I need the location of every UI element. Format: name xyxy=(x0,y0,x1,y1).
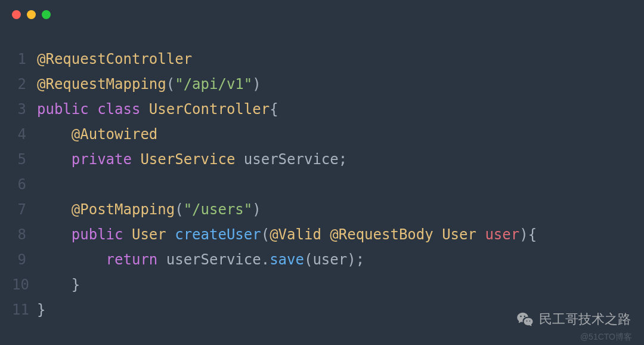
code-line: 5 private UserService userService; xyxy=(12,147,632,172)
code-content: @PostMapping("/users") xyxy=(37,197,261,222)
window-titlebar xyxy=(0,0,644,29)
token-keyword: private xyxy=(72,151,132,168)
token-annotation: @RequestController xyxy=(37,51,192,67)
line-number: 11 xyxy=(12,297,37,322)
code-editor: 1@RequestController2@RequestMapping("/ap… xyxy=(0,29,644,334)
token-method: save xyxy=(270,251,304,268)
line-number: 9 xyxy=(12,247,37,272)
token-punct: ){ xyxy=(519,226,537,243)
token-type: UserController xyxy=(149,101,270,118)
code-content: } xyxy=(37,297,45,322)
token-punct xyxy=(476,226,485,243)
token-punct: } xyxy=(37,276,80,293)
token-punct xyxy=(140,101,148,118)
token-keyword: return xyxy=(106,251,158,268)
token-type: User xyxy=(442,226,476,243)
token-method: createUser xyxy=(175,226,261,243)
wechat-watermark-text: 民工哥技术之路 xyxy=(539,310,631,328)
code-content: public User createUser(@Valid @RequestBo… xyxy=(37,222,537,247)
code-content: @Autowired xyxy=(37,122,157,147)
code-line: 10 } xyxy=(12,272,632,297)
token-annotation: @PostMapping xyxy=(72,201,175,218)
token-punct xyxy=(123,226,132,243)
token-punct: userService; xyxy=(235,151,347,168)
minimize-icon[interactable] xyxy=(27,10,36,19)
token-string: "/users" xyxy=(184,201,253,218)
line-number: 3 xyxy=(12,97,37,122)
token-type: User xyxy=(132,226,166,243)
token-keyword: public xyxy=(72,226,123,243)
code-content: public class UserController{ xyxy=(37,97,278,122)
maximize-icon[interactable] xyxy=(42,10,51,19)
token-punct xyxy=(37,201,72,218)
token-string: "/api/v1" xyxy=(175,76,252,93)
token-punct: ) xyxy=(252,201,261,218)
token-punct: { xyxy=(270,101,278,118)
token-keyword: class xyxy=(97,101,140,118)
code-line: 8 public User createUser(@Valid @Request… xyxy=(12,222,632,247)
token-punct xyxy=(37,226,72,243)
code-line: 2@RequestMapping("/api/v1") xyxy=(12,72,632,97)
line-number: 1 xyxy=(12,47,37,72)
cto-watermark: @51CTO博客 xyxy=(580,332,632,343)
token-type: UserService xyxy=(140,151,235,168)
token-punct: ( xyxy=(261,226,270,243)
token-punct xyxy=(321,226,330,243)
token-punct xyxy=(166,226,175,243)
line-number: 4 xyxy=(12,122,37,147)
code-content: return userService.save(user); xyxy=(37,247,364,272)
token-punct xyxy=(89,101,97,118)
token-punct: ) xyxy=(252,76,261,93)
code-content: @RequestMapping("/api/v1") xyxy=(37,72,261,97)
code-line: 1@RequestController xyxy=(12,47,632,72)
token-punct xyxy=(37,251,106,268)
line-number: 6 xyxy=(12,172,37,197)
line-number: 5 xyxy=(12,147,37,172)
token-punct: ( xyxy=(166,76,175,93)
code-line: 9 return userService.save(user); xyxy=(12,247,632,272)
close-icon[interactable] xyxy=(12,10,21,19)
token-punct xyxy=(132,151,140,168)
token-annotation: @Autowired xyxy=(72,126,158,143)
code-content: private UserService userService; xyxy=(37,147,347,172)
code-content: } xyxy=(37,272,80,297)
token-punct xyxy=(434,226,442,243)
code-line: 7 @PostMapping("/users") xyxy=(12,197,632,222)
token-annotation: @Valid xyxy=(270,226,321,243)
token-punct: userService. xyxy=(157,251,270,268)
token-annotation: @RequestBody xyxy=(330,226,433,243)
line-number: 7 xyxy=(12,197,37,222)
code-window: 1@RequestController2@RequestMapping("/ap… xyxy=(0,0,644,345)
line-number: 8 xyxy=(12,222,37,247)
token-punct: ( xyxy=(175,201,183,218)
token-punct: } xyxy=(37,301,45,318)
line-number: 10 xyxy=(12,272,37,297)
code-line: 6 xyxy=(12,172,632,197)
wechat-watermark: 民工哥技术之路 xyxy=(516,310,631,328)
code-line: 3public class UserController{ xyxy=(12,97,632,122)
token-keyword: public xyxy=(37,101,89,118)
token-annotation: @RequestMapping xyxy=(37,76,166,93)
token-punct: (user); xyxy=(304,251,364,268)
line-number: 2 xyxy=(12,72,37,97)
wechat-icon xyxy=(516,310,534,328)
token-punct xyxy=(37,151,72,168)
code-line: 4 @Autowired xyxy=(12,122,632,147)
code-content: @RequestController xyxy=(37,47,192,72)
token-punct xyxy=(37,126,72,143)
token-identifier: user xyxy=(485,226,519,243)
